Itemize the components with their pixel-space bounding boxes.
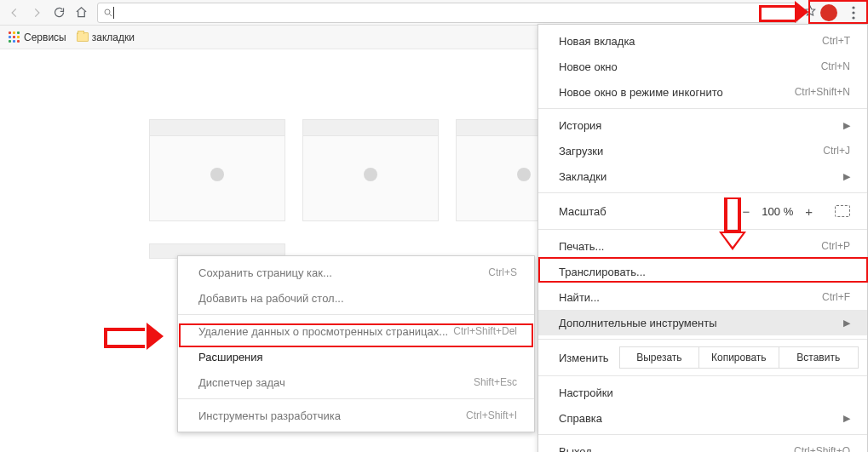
menu-settings[interactable]: Настройки: [538, 380, 867, 405]
menu-item-label: Инструменты разработчика: [198, 409, 341, 422]
menu-separator: [178, 314, 534, 315]
menu-item-label: Дополнительные инструменты: [559, 317, 717, 329]
menu-item-label: Новая вкладка: [559, 35, 635, 48]
shortcut-label: Ctrl+T: [822, 35, 850, 47]
menu-item-label: Удаление данных о просмотренных страница…: [198, 325, 448, 338]
shortcut-label: Ctrl+P: [821, 240, 850, 252]
svg-point-1: [852, 6, 854, 9]
svg-point-3: [852, 16, 854, 19]
main-menu: Новая вкладка Ctrl+T Новое окно Ctrl+N Н…: [537, 24, 868, 452]
svg-point-2: [852, 11, 854, 14]
menu-downloads[interactable]: Загрузки Ctrl+J: [538, 138, 867, 163]
shortcut-label: Shift+Esc: [474, 376, 517, 388]
menu-zoom: Масштаб − 100 % +: [538, 197, 867, 226]
menu-item-label: Справка: [559, 412, 602, 425]
edit-label: Изменить: [559, 352, 609, 364]
svg-point-0: [105, 9, 110, 14]
fullscreen-icon[interactable]: [835, 205, 850, 217]
menu-incognito[interactable]: Новое окно в режиме инкогнито Ctrl+Shift…: [538, 79, 867, 105]
bookmarks-folder-label: закладки: [92, 31, 135, 43]
menu-item-label: Загрузки: [559, 145, 603, 157]
menu-item-label: Диспетчер задач: [198, 376, 285, 389]
back-button[interactable]: [3, 2, 26, 24]
ntp-tile[interactable]: [149, 119, 285, 221]
submenu-arrow-icon: ▶: [843, 413, 850, 424]
menu-separator: [538, 339, 867, 340]
home-icon: [75, 6, 88, 19]
apps-grid-icon: [9, 31, 20, 43]
menu-separator: [538, 375, 867, 376]
bookmarks-folder[interactable]: закладки: [77, 31, 135, 43]
menu-item-label: Закладки: [559, 170, 606, 183]
annotation-arrow-icon: [759, 5, 807, 19]
annotation-arrow-icon: [104, 324, 164, 346]
menu-more-tools[interactable]: Дополнительные инструменты ▶: [538, 310, 867, 335]
shortcut-label: Ctrl+N: [821, 60, 850, 72]
apps-shortcut[interactable]: Сервисы: [9, 31, 66, 43]
menu-item-label: Найти...: [559, 291, 600, 304]
arrow-left-icon: [9, 7, 20, 19]
shortcut-label: Ctrl+J: [823, 145, 850, 157]
menu-item-label: Сохранить страницу как...: [198, 266, 332, 279]
menu-item-label: Печать...: [559, 240, 604, 253]
submenu-dev-tools[interactable]: Инструменты разработчика Ctrl+Shift+I: [178, 403, 534, 428]
submenu-add-desktop[interactable]: Добавить на рабочий стол...: [178, 285, 534, 311]
menu-item-label: Выход: [559, 445, 592, 453]
arrow-right-icon: [31, 7, 43, 19]
edit-paste-button[interactable]: Вставить: [779, 346, 859, 369]
reload-button[interactable]: [48, 2, 70, 24]
menu-item-label: Добавить на рабочий стол...: [198, 292, 344, 305]
shortcut-label: Ctrl+Shift+Q: [794, 445, 850, 452]
more-tools-submenu: Сохранить страницу как... Ctrl+S Добавит…: [177, 255, 535, 432]
menu-find[interactable]: Найти... Ctrl+F: [538, 284, 867, 310]
reload-icon: [53, 6, 66, 19]
url-input[interactable]: [118, 6, 792, 19]
menu-separator: [538, 434, 867, 435]
zoom-value: 100 %: [762, 205, 793, 218]
main-menu-button[interactable]: [842, 2, 865, 24]
svg-rect-4: [726, 197, 739, 232]
menu-bookmarks[interactable]: Закладки ▶: [538, 163, 867, 189]
menu-new-window[interactable]: Новое окно Ctrl+N: [538, 54, 867, 79]
submenu-extensions[interactable]: Расширения: [178, 344, 534, 369]
submenu-clear-data[interactable]: Удаление данных о просмотренных страница…: [178, 318, 534, 344]
menu-cast[interactable]: Транслировать...: [538, 259, 867, 284]
submenu-arrow-icon: ▶: [843, 120, 850, 131]
ntp-tiles-row: [149, 119, 592, 221]
edit-cut-button[interactable]: Вырезать: [619, 346, 698, 369]
submenu-task-manager[interactable]: Диспетчер задач Shift+Esc: [178, 369, 534, 395]
submenu-save-as[interactable]: Сохранить страницу как... Ctrl+S: [178, 260, 534, 285]
menu-history[interactable]: История ▶: [538, 112, 867, 138]
folder-icon: [77, 32, 89, 42]
menu-item-label: История: [559, 119, 601, 132]
edit-copy-button[interactable]: Копировать: [698, 346, 778, 369]
home-button[interactable]: [70, 2, 92, 24]
shortcut-label: Ctrl+Shift+Del: [453, 325, 517, 337]
menu-separator: [178, 398, 534, 399]
address-bar[interactable]: [97, 3, 798, 23]
extension-badge-icon[interactable]: [820, 4, 837, 21]
shortcut-label: Ctrl+Shift+N: [795, 86, 850, 98]
forward-button[interactable]: [26, 2, 48, 24]
search-icon: [103, 8, 113, 18]
menu-exit[interactable]: Выход Ctrl+Shift+Q: [538, 438, 867, 452]
annotation-arrow-icon: [717, 197, 748, 252]
menu-item-label: Расширения: [198, 351, 263, 363]
menu-item-label: Новое окно: [559, 60, 618, 73]
menu-separator: [538, 192, 867, 193]
browser-toolbar: [0, 0, 868, 26]
menu-separator: [538, 108, 867, 109]
menu-edit-row: Изменить Вырезать Копировать Вставить: [538, 343, 867, 372]
menu-item-label: Транслировать...: [559, 266, 646, 278]
zoom-label: Масштаб: [559, 205, 606, 218]
shortcut-label: Ctrl+Shift+I: [466, 409, 517, 421]
ntp-tile[interactable]: [302, 119, 439, 221]
menu-item-label: Настройки: [559, 386, 613, 399]
menu-help[interactable]: Справка ▶: [538, 405, 867, 431]
zoom-in-button[interactable]: +: [805, 204, 813, 219]
text-cursor: [113, 7, 114, 19]
menu-new-tab[interactable]: Новая вкладка Ctrl+T: [538, 28, 867, 54]
menu-item-label: Новое окно в режиме инкогнито: [559, 86, 723, 99]
menu-print[interactable]: Печать... Ctrl+P: [538, 233, 867, 259]
vertical-dots-icon: [852, 6, 855, 20]
